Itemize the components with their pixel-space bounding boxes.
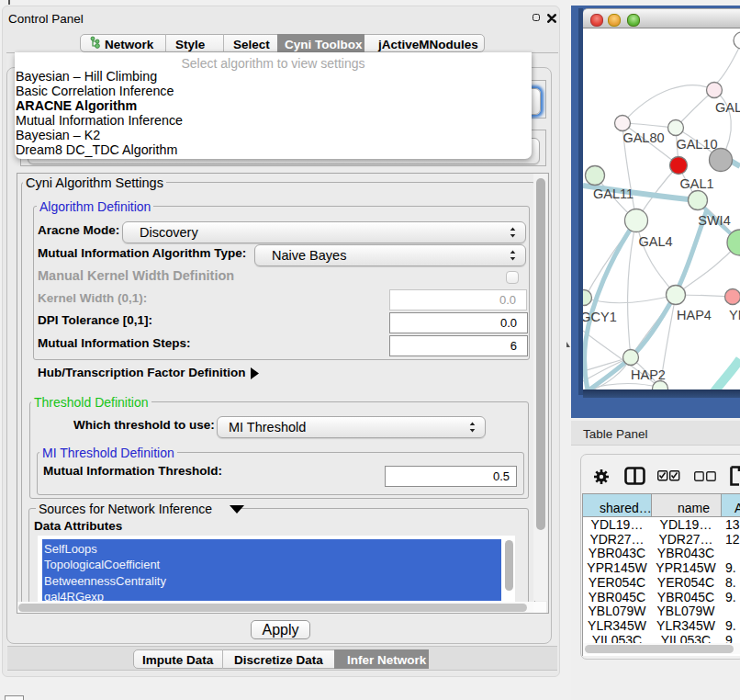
svg-text:SWI4: SWI4	[698, 213, 730, 228]
svg-text:GAL11: GAL11	[593, 186, 633, 201]
svg-text:GCY1: GCY1	[583, 310, 617, 324]
svg-text:GAL1: GAL1	[679, 176, 713, 191]
svg-text:GAL7: GAL7	[715, 100, 740, 115]
svg-text:GAL80: GAL80	[622, 130, 664, 145]
svg-text:HAP2: HAP2	[631, 367, 666, 382]
svg-text:GAL4: GAL4	[638, 234, 672, 249]
svg-text:GAL10: GAL10	[676, 137, 717, 152]
svg-text:YM: YM	[729, 308, 740, 322]
svg-text:HAP4: HAP4	[677, 308, 712, 322]
